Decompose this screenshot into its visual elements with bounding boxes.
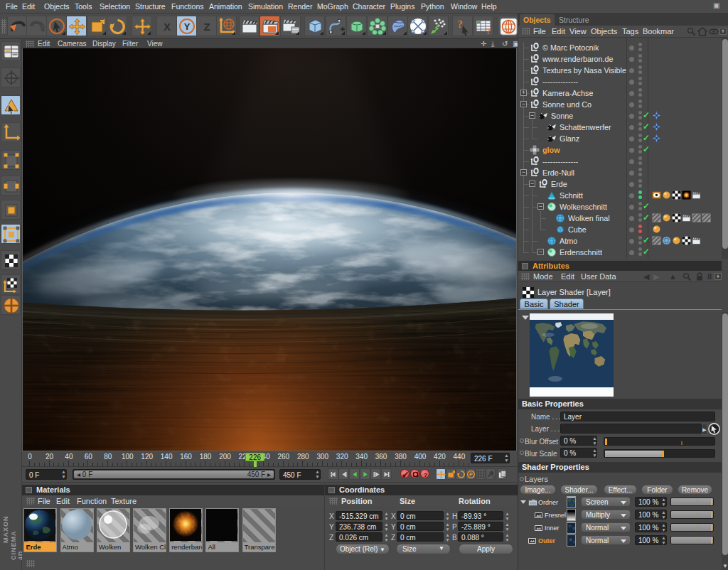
svg-text:P: P [469,471,473,478]
svg-text:?: ? [486,26,491,36]
svg-text:Z: Z [203,21,210,33]
svg-text:X: X [164,21,171,33]
svg-text:Y: Y [184,21,191,32]
svg-text:?: ? [457,18,463,30]
svg-text:?: ? [424,472,427,478]
